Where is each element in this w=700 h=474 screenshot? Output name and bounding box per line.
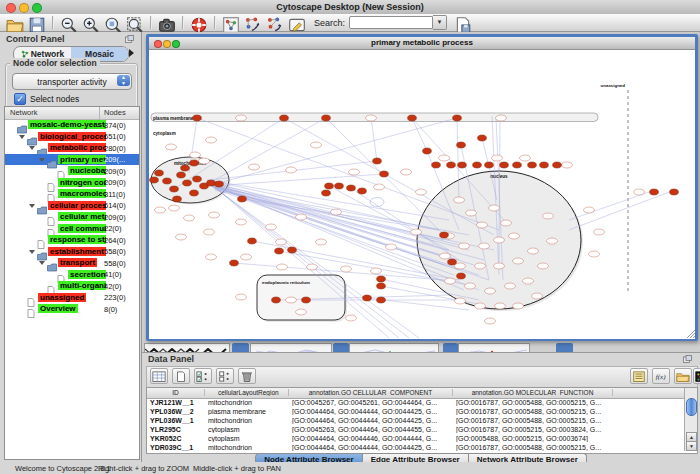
scrollbar-thumb[interactable] [686,398,697,416]
network-node[interactable] [650,189,659,195]
table-row[interactable]: YPL036W__2plasma membrane[GO:0044464, GO… [147,407,685,416]
network-node[interactable] [316,239,327,245]
network-node[interactable] [286,167,297,173]
network-node[interactable] [562,162,573,168]
network-node[interactable] [322,115,331,121]
network-node[interactable] [589,251,600,257]
network-node[interactable] [634,189,645,195]
network-node[interactable] [311,142,322,148]
resize-grip-icon[interactable] [687,330,695,338]
network-node[interactable] [280,115,289,121]
network-node[interactable] [193,115,202,121]
network-node[interactable] [176,234,187,240]
tree-row[interactable]: cellular process614(0) [5,200,139,212]
table-row[interactable]: YDR039C__1mitochondrion[GO:0044464, GO:0… [147,443,685,452]
network-node[interactable] [494,263,505,269]
network-node[interactable] [155,207,166,213]
tree-row[interactable]: Overview8(0) [5,303,139,315]
table-vertical-scrollbar[interactable]: ▲ ▼ [684,388,697,451]
vizmapper-icon[interactable] [221,15,241,31]
network-node[interactable] [177,172,186,178]
background-window[interactable] [556,343,573,352]
tree-row[interactable]: nitrogen compo209(0) [5,177,139,189]
search-input[interactable] [349,16,433,29]
network-node[interactable] [553,162,562,168]
select-attributes-icon[interactable] [194,368,212,384]
network-node[interactable] [496,115,507,121]
network-node[interactable] [485,288,496,294]
network-node[interactable] [458,162,467,168]
more-tabs-arrow-icon[interactable] [129,49,134,57]
network-node[interactable] [377,283,386,289]
network-node[interactable] [366,115,377,121]
network-node[interactable] [184,215,195,221]
network-view-window[interactable]: primary metabolic process plasma membran… [146,34,698,341]
network-node[interactable] [489,205,500,211]
new-attribute-icon[interactable] [172,368,190,384]
snapshot-camera-icon[interactable] [157,15,177,31]
float-panel-icon[interactable] [683,355,692,363]
network-node[interactable] [276,239,287,245]
network-node[interactable] [528,248,539,254]
network-node[interactable] [459,243,470,249]
network-node[interactable] [479,243,490,249]
network-node[interactable] [155,170,164,176]
network-node[interactable] [266,224,277,230]
close-view-icon[interactable] [154,40,162,48]
zoom-in-icon[interactable] [81,15,101,31]
network-node[interactable] [457,142,466,148]
network-node[interactable] [494,237,505,243]
network-node[interactable] [454,197,465,203]
network-node[interactable] [241,254,252,260]
background-window[interactable] [232,343,249,352]
network-node[interactable] [473,162,482,168]
network-node[interactable] [377,297,386,303]
network-node[interactable] [249,164,260,170]
layout-region-icon[interactable] [265,15,285,31]
maximize-view-icon[interactable] [172,40,180,48]
network-node[interactable] [307,264,318,270]
tree-row[interactable]: mosaic-demo-yeast874(0) [5,119,139,131]
tree-row[interactable]: primary metabo209(... [5,154,139,166]
function-builder-icon[interactable]: f(x) [652,368,670,384]
network-node[interactable] [509,233,520,239]
network-node[interactable] [380,171,389,177]
network-node[interactable] [513,162,522,168]
annotation-icon[interactable] [287,15,307,31]
network-node[interactable] [477,222,488,228]
network-node[interactable] [374,184,385,190]
background-window[interactable] [144,343,230,352]
tree-row[interactable]: cellular metabo209(0) [5,211,139,223]
network-node[interactable] [373,158,382,164]
network-node[interactable] [501,220,512,226]
network-node[interactable] [538,263,549,269]
column-header[interactable]: annotation.GO MOLECULAR_FUNCTION [453,389,613,396]
network-node[interactable] [215,181,224,187]
column-header[interactable]: annotation.GO CELLULAR_COMPONENT [289,389,453,396]
network-node[interactable] [423,148,432,154]
network-node[interactable] [447,162,456,168]
network-node[interactable] [492,155,503,161]
network-node[interactable] [331,209,342,215]
network-node[interactable] [465,283,476,289]
network-node[interactable] [322,190,331,196]
expander-icon[interactable] [29,250,35,254]
search-dropdown-arrow-icon[interactable]: ▼ [433,15,447,30]
column-header[interactable]: ID [147,389,205,396]
network-node[interactable] [238,196,247,202]
network-node[interactable] [363,295,372,301]
table-row[interactable]: YJR121W__1mitochondrion[GO:0045267, GO:0… [147,398,685,407]
network-node[interactable] [190,160,199,166]
network-node[interactable] [439,155,450,161]
network-node[interactable] [335,183,344,189]
expander-icon[interactable] [39,261,45,265]
network-node[interactable] [181,165,190,171]
table-row[interactable]: YLR295Ccytoplasm[GO:0045263, GO:0044464,… [147,425,685,434]
network-node[interactable] [341,266,352,272]
network-node[interactable] [475,263,486,269]
attribute-list-icon[interactable] [630,368,648,384]
network-node[interactable] [455,263,466,269]
network-node[interactable] [513,258,524,264]
network-node[interactable] [445,278,456,284]
session-details-icon[interactable] [453,15,473,31]
